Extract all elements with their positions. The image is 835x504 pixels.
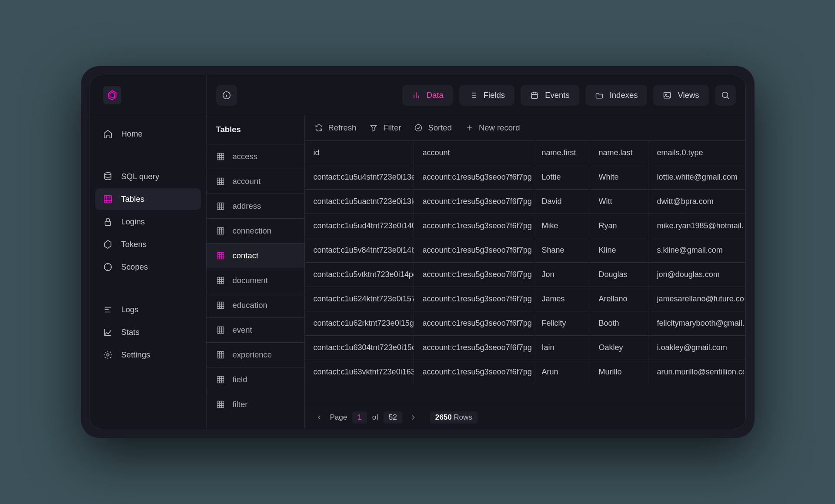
- grid-cell: account:c1resu5g3seoo7f6f7pg: [414, 190, 533, 214]
- table-item-education[interactable]: education: [207, 293, 304, 317]
- grid-cell: dwitt@bpra.com: [648, 190, 744, 214]
- sidebar-item-label: Logins: [121, 217, 145, 227]
- sidebar-nav: HomeSQL queryTablesLoginsTokensScopesLog…: [90, 115, 206, 374]
- grid-cell: account:c1resu5g3seoo7f6f7pg: [414, 360, 533, 384]
- table-item-address[interactable]: address: [207, 194, 304, 218]
- tab-events[interactable]: Events: [521, 85, 579, 106]
- sidebar-item-tokens[interactable]: Tokens: [95, 234, 201, 255]
- sidebar-item-tables[interactable]: Tables: [95, 188, 201, 210]
- sidebar-item-label: Tables: [121, 194, 144, 204]
- sidebar-item-logins[interactable]: Logins: [95, 211, 201, 233]
- table-item-filter[interactable]: filter: [207, 392, 304, 417]
- grid-row[interactable]: contact:c1u5vtktnt723e0i14pgaccount:c1re…: [305, 262, 745, 287]
- grid-cell: White: [590, 165, 648, 189]
- search-button[interactable]: [715, 85, 736, 106]
- table-item-document[interactable]: document: [207, 268, 304, 293]
- app-logo[interactable]: [103, 86, 121, 104]
- sidebar: HomeSQL queryTablesLoginsTokensScopesLog…: [90, 75, 207, 429]
- grid-cell: account:c1resu5g3seoo7f6f7pg: [414, 214, 533, 238]
- sidebar-item-logs[interactable]: Logs: [95, 299, 201, 320]
- page-current[interactable]: 1: [352, 411, 367, 424]
- table-item-field[interactable]: field: [207, 367, 304, 392]
- grid-cell: Witt: [590, 190, 648, 214]
- grid-cell: James: [533, 287, 590, 311]
- grid-cell: contact:c1u624ktnt723e0i157g: [305, 287, 414, 311]
- rows-chip: 2650 Rows: [430, 411, 478, 424]
- table-item-contact[interactable]: contact: [207, 243, 304, 268]
- data-toolbar: Refresh Filter Sorted New record: [305, 115, 745, 140]
- grid-cell: Ryan: [590, 214, 648, 238]
- table-item-label: experience: [233, 350, 272, 360]
- info-button[interactable]: [216, 85, 237, 106]
- grid-row[interactable]: contact:c1u63vktnt723e0i1630account:c1re…: [305, 360, 745, 384]
- next-page-button[interactable]: [407, 412, 419, 423]
- grid-row[interactable]: contact:c1u5uactnt723e0i13lgaccount:c1re…: [305, 189, 745, 214]
- tab-label: Views: [678, 90, 699, 100]
- table-item-label: contact: [233, 251, 259, 260]
- grid-cell: Arellano: [590, 287, 648, 311]
- sidebar-item-label: Scopes: [121, 262, 148, 272]
- tab-data[interactable]: Data: [402, 85, 453, 106]
- sidebar-item-stats[interactable]: Stats: [95, 321, 201, 343]
- sidebar-item-label: Settings: [121, 350, 150, 360]
- data-panel: Refresh Filter Sorted New record: [305, 115, 745, 429]
- table-item-access[interactable]: access: [207, 144, 304, 169]
- grid-row[interactable]: contact:c1u624ktnt723e0i157gaccount:c1re…: [305, 287, 745, 311]
- sidebar-item-sql-query[interactable]: SQL query: [95, 166, 201, 187]
- grid-cell: Oakley: [590, 336, 648, 360]
- sorted-label: Sorted: [428, 123, 452, 133]
- table-item-connection[interactable]: connection: [207, 218, 304, 243]
- rows-count: 2650: [435, 413, 452, 421]
- grid-row[interactable]: contact:c1u5ud4tnt723e0i1400account:c1re…: [305, 214, 745, 238]
- page-label: Page: [330, 413, 347, 422]
- prev-page-button[interactable]: [314, 412, 325, 423]
- grid-row[interactable]: contact:c1u62rktnt723e0i15ggaccount:c1re…: [305, 311, 745, 335]
- sidebar-item-label: Home: [121, 129, 143, 139]
- sidebar-item-scopes[interactable]: Scopes: [95, 256, 201, 278]
- table-item-experience[interactable]: experience: [207, 342, 304, 367]
- grid-cell: Arun: [533, 360, 590, 384]
- tab-fields[interactable]: Fields: [459, 85, 514, 106]
- filter-button[interactable]: Filter: [369, 123, 401, 133]
- database-icon: [103, 172, 113, 181]
- grid-cell: Mike: [533, 214, 590, 238]
- tables-list: accessaccountaddressconnectioncontactdoc…: [207, 144, 304, 417]
- table-item-account[interactable]: account: [207, 169, 304, 194]
- sidebar-item-settings[interactable]: Settings: [95, 344, 201, 366]
- grid-row[interactable]: contact:c1u5v84tnt723e0i14bgaccount:c1re…: [305, 238, 745, 262]
- column-header[interactable]: id: [305, 141, 414, 165]
- column-header[interactable]: emails.0.type: [648, 141, 744, 165]
- table-item-event[interactable]: event: [207, 317, 304, 342]
- grid-cell: mike.ryan1985@hotmail.com: [648, 214, 744, 238]
- tab-views[interactable]: Views: [653, 85, 708, 106]
- table-item-label: event: [233, 325, 252, 335]
- tab-label: Fields: [484, 90, 505, 100]
- tables-heading: Tables: [207, 115, 304, 144]
- tab-indexes[interactable]: Indexes: [585, 85, 648, 106]
- topbar: DataFieldsEventsIndexesViews: [207, 75, 745, 115]
- grid-cell: i.oakley@gmail.com: [648, 336, 744, 360]
- column-header[interactable]: name.first: [533, 141, 590, 165]
- grid-cell: David: [533, 190, 590, 214]
- hexagon-icon: [103, 240, 113, 249]
- grid-cell: contact:c1u5u4stnt723e0i13eg: [305, 165, 414, 189]
- refresh-button[interactable]: Refresh: [314, 123, 357, 133]
- grid-cell: Booth: [590, 311, 648, 335]
- grid-cell: contact:c1u63vktnt723e0i1630: [305, 360, 414, 384]
- column-header[interactable]: name.last: [590, 141, 648, 165]
- table-item-label: address: [233, 201, 261, 211]
- column-header[interactable]: account: [414, 141, 533, 165]
- table-item-label: account: [233, 177, 261, 186]
- grid-cell: account:c1resu5g3seoo7f6f7pg: [414, 336, 533, 360]
- grid-cell: contact:c1u5uactnt723e0i13lg: [305, 190, 414, 214]
- grid-cell: contact:c1u6304tnt723e0i15og: [305, 336, 414, 360]
- rows-label: Rows: [454, 413, 472, 421]
- info-icon: [222, 90, 231, 100]
- new-record-button[interactable]: New record: [465, 123, 520, 133]
- grid-row[interactable]: contact:c1u5u4stnt723e0i13egaccount:c1re…: [305, 165, 745, 189]
- sidebar-item-home[interactable]: Home: [95, 123, 201, 145]
- grid-cell: Shane: [533, 238, 590, 262]
- sorted-button[interactable]: Sorted: [414, 123, 452, 133]
- grid-row[interactable]: contact:c1u6304tnt723e0i15ogaccount:c1re…: [305, 335, 745, 360]
- grid-cell: contact:c1u5ud4tnt723e0i1400: [305, 214, 414, 238]
